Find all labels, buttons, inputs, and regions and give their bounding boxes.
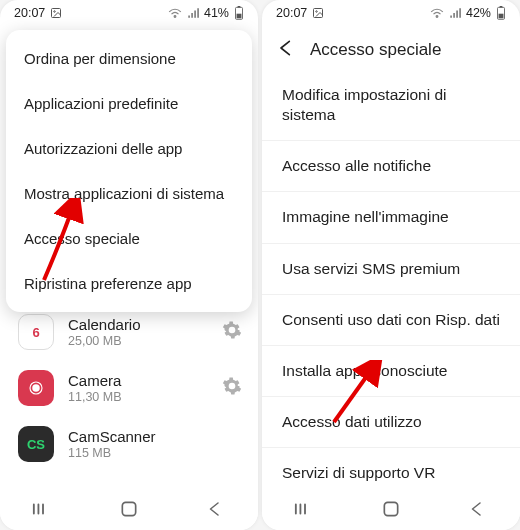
svg-rect-4 [238, 6, 241, 7]
battery-icon [496, 6, 506, 20]
back-button[interactable] [276, 38, 296, 62]
item-premium-sms[interactable]: Usa servizi SMS premium [262, 244, 520, 295]
nav-bar [262, 488, 520, 530]
app-name: CamScanner [68, 428, 242, 445]
app-size: 11,30 MB [68, 390, 208, 404]
svg-rect-8 [122, 502, 135, 515]
menu-special-access[interactable]: Accesso speciale [6, 216, 252, 261]
svg-point-1 [54, 11, 56, 13]
menu-app-permissions[interactable]: Autorizzazioni delle app [6, 126, 252, 171]
nav-bar [0, 488, 258, 530]
item-notification-access[interactable]: Accesso alle notifiche [262, 141, 520, 192]
status-time: 20:07 [276, 6, 307, 20]
nav-recents[interactable] [270, 488, 340, 530]
battery-icon [234, 6, 244, 20]
nav-back[interactable] [442, 488, 512, 530]
content-left: Ordina per dimensione Applicazioni prede… [0, 26, 258, 530]
image-icon [50, 7, 62, 19]
signal-icon [187, 7, 199, 19]
svg-point-6 [32, 384, 40, 392]
app-size: 115 MB [68, 446, 242, 460]
status-battery: 42% [466, 6, 491, 20]
page-title: Accesso speciale [310, 40, 441, 60]
app-row-camera[interactable]: Camera 11,30 MB [0, 360, 258, 416]
svg-rect-15 [384, 502, 397, 515]
app-row-camscanner[interactable]: CS CamScanner 115 MB [0, 416, 258, 472]
image-icon [312, 7, 324, 19]
app-icon-calendar: 6 [18, 314, 54, 350]
item-modify-system-settings[interactable]: Modifica impostazioni di sistema [262, 70, 520, 141]
options-menu: Ordina per dimensione Applicazioni prede… [6, 30, 252, 312]
app-row-calendario[interactable]: 6 Calendario 25,00 MB [0, 304, 258, 360]
gear-icon[interactable] [222, 376, 242, 400]
content-right: Modifica impostazioni di sistema Accesso… [262, 70, 520, 530]
app-icon-camscanner: CS [18, 426, 54, 462]
signal-icon [449, 7, 461, 19]
svg-point-10 [316, 11, 318, 13]
screen-right: 20:07 42% Acces [262, 0, 520, 530]
status-battery: 41% [204, 6, 229, 20]
status-time: 20:07 [14, 6, 45, 20]
nav-home[interactable] [94, 488, 164, 530]
wifi-icon [430, 7, 444, 19]
svg-rect-5 [237, 14, 242, 19]
app-name: Camera [68, 372, 208, 389]
item-picture-in-picture[interactable]: Immagine nell'immagine [262, 192, 520, 243]
nav-back[interactable] [180, 488, 250, 530]
app-size: 25,00 MB [68, 334, 208, 348]
svg-point-2 [174, 16, 176, 18]
nav-recents[interactable] [8, 488, 78, 530]
nav-home[interactable] [356, 488, 426, 530]
svg-point-11 [436, 16, 438, 18]
menu-show-system-apps[interactable]: Mostra applicazioni di sistema [6, 171, 252, 216]
status-bar: 20:07 42% [262, 0, 520, 26]
menu-reset-preferences[interactable]: Ripristina preferenze app [6, 261, 252, 306]
item-data-saver-allow[interactable]: Consenti uso dati con Risp. dati [262, 295, 520, 346]
menu-default-apps[interactable]: Applicazioni predefinite [6, 81, 252, 126]
item-usage-data-access[interactable]: Accesso dati utilizzo [262, 397, 520, 448]
screen-left: 20:07 41% Ordina per d [0, 0, 258, 530]
app-name: Calendario [68, 316, 208, 333]
item-install-unknown-apps[interactable]: Installa app sconosciute [262, 346, 520, 397]
svg-rect-13 [500, 6, 503, 7]
gear-icon[interactable] [222, 320, 242, 344]
wifi-icon [168, 7, 182, 19]
svg-rect-14 [499, 14, 504, 19]
status-bar: 20:07 41% [0, 0, 258, 26]
header: Accesso speciale [262, 26, 520, 70]
menu-sort-by-size[interactable]: Ordina per dimensione [6, 36, 252, 81]
app-icon-camera [18, 370, 54, 406]
